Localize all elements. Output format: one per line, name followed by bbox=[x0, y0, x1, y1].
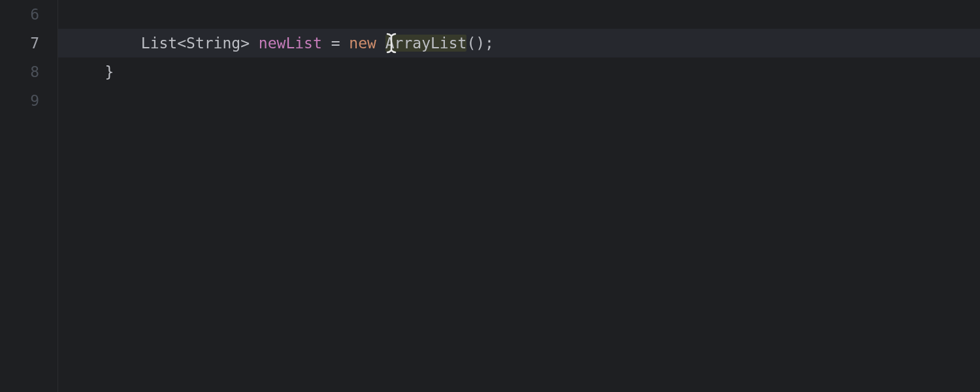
code-line-7[interactable]: List<String> newList = new ArrayList(); bbox=[58, 29, 980, 57]
indent bbox=[69, 63, 105, 80]
line-number: 8 bbox=[0, 57, 57, 86]
code-line-6[interactable] bbox=[58, 0, 980, 29]
line-number-current: 7 bbox=[0, 29, 57, 57]
line-number: 9 bbox=[0, 86, 57, 115]
token-variable: newList bbox=[259, 35, 322, 52]
code-line-9[interactable] bbox=[58, 86, 980, 115]
token-operator: = bbox=[331, 35, 340, 52]
line-number-gutter: 6 7 8 9 bbox=[0, 0, 57, 392]
indent bbox=[69, 35, 141, 52]
token-brace: } bbox=[105, 63, 114, 80]
line-number: 6 bbox=[0, 0, 57, 29]
code-line-8[interactable]: } bbox=[58, 57, 980, 86]
token-type: String bbox=[186, 35, 240, 52]
token-semicolon: ; bbox=[485, 35, 494, 52]
token-punct: () bbox=[466, 35, 485, 52]
token-type: List bbox=[141, 35, 177, 52]
token-class-highlighted: ArrayList bbox=[385, 35, 467, 52]
token-punct: < bbox=[177, 35, 186, 52]
token-punct: > bbox=[240, 35, 250, 52]
token-keyword: new bbox=[349, 35, 376, 52]
code-editor[interactable]: List<String> newList = new ArrayList(); … bbox=[57, 0, 980, 392]
